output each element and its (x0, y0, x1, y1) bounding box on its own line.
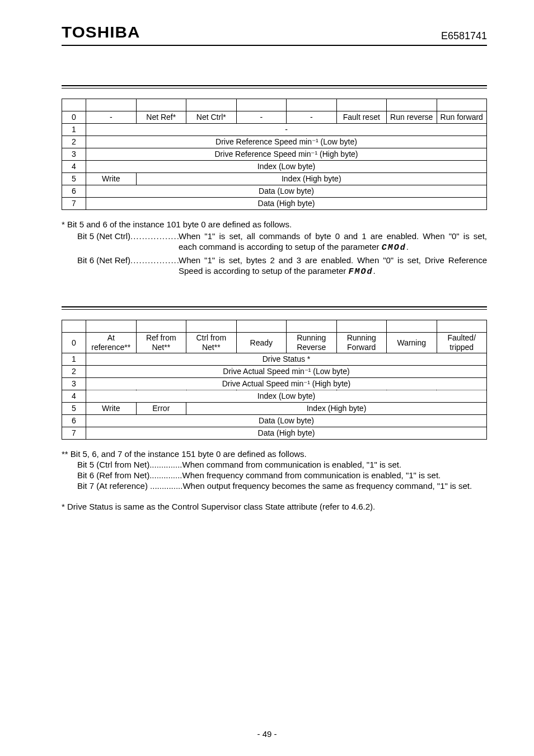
cell: Index (High byte) (186, 402, 487, 414)
cell: Drive Reference Speed min⁻¹ (High byte) (86, 148, 487, 160)
table-row: 7 Data (High byte) (62, 197, 487, 209)
cell: Net Ctrl* (186, 111, 237, 123)
page-header: TOSHIBA E6581741 (62, 22, 487, 46)
byte-index: 2 (62, 136, 86, 148)
table-row: 3 Drive Reference Speed min⁻¹ (High byte… (62, 148, 487, 160)
byte-index: 3 (62, 148, 86, 160)
cell: - (236, 111, 287, 123)
byte-index: 3 (62, 377, 86, 390)
byte-index: 7 (62, 427, 86, 439)
page-footer: - 49 - (0, 729, 534, 739)
note-line: Bit 7 (At reference) ..............When … (62, 480, 487, 491)
table-row: 5 Write Index (High byte) (62, 172, 487, 185)
cell: Faulted/ tripped (437, 333, 487, 353)
byte-index: 1 (62, 123, 86, 136)
cell: Data (High byte) (86, 197, 487, 209)
section-divider-1 (62, 85, 487, 88)
cell: Net Ref* (136, 111, 186, 123)
cell: Run reverse (387, 111, 437, 123)
table-row: 6 Data (Low byte) (62, 185, 487, 197)
section-divider-2 (62, 306, 487, 310)
byte-index: 0 (62, 333, 86, 353)
table-row: 0 At reference** Ref from Net** Ctrl fro… (62, 333, 487, 353)
cell: Drive Actual Speed min⁻¹ (Low byte) (86, 365, 487, 377)
notes-block-1: * Bit 5 and 6 of the instance 101 byte 0… (62, 219, 487, 277)
table-row: 0 - Net Ref* Net Ctrl* - - Fault reset R… (62, 111, 487, 123)
note-line: Bit 6 (Ref from Net)..............When f… (62, 470, 487, 480)
note-final: * Drive Status is same as the Control Su… (62, 501, 487, 512)
note-line: Bit 5 (Ctrl from Net)..............When … (62, 459, 487, 470)
cell: Data (Low byte) (86, 414, 487, 427)
table-row: 5 Write Error Index (High byte) (62, 402, 487, 414)
cell: Index (High byte) (136, 172, 487, 185)
cell: Drive Reference Speed min⁻¹ (Low byte) (86, 136, 487, 148)
table-row: 1 Drive Status * (62, 353, 487, 365)
byte-index: 7 (62, 197, 86, 209)
cell: Fault reset (336, 111, 387, 123)
cell: Error (136, 402, 186, 414)
cell: Drive Actual Speed min⁻¹ (High byte) (86, 377, 487, 390)
note-text: . (373, 266, 376, 276)
cell: Ref from Net** (136, 333, 186, 353)
input-instance-table: 0 At reference** Ref from Net** Ctrl fro… (62, 320, 487, 440)
param-code: CMOd (382, 243, 406, 253)
cell: Running Reverse (287, 333, 337, 353)
notes-block-2: ** Bit 5, 6, and 7 of the instance 151 b… (62, 449, 487, 512)
table-row: 6 Data (Low byte) (62, 414, 487, 427)
note-text: When "1" is set, bytes 2 and 3 are enabl… (179, 255, 487, 265)
cell: - (86, 111, 137, 123)
param-code: FMOd (349, 267, 373, 277)
byte-index: 2 (62, 365, 86, 377)
cell: - (287, 111, 337, 123)
bit-label: Bit 5 (Net Ctrl) (77, 231, 130, 241)
cell: Warning (387, 333, 437, 353)
table-row: 3 Drive Actual Speed min⁻¹ (High byte) (62, 377, 487, 390)
page-number: - 49 - (257, 729, 277, 739)
cell: Drive Status * (86, 353, 487, 365)
note-intro: * Bit 5 and 6 of the instance 101 byte 0… (62, 219, 487, 230)
table-header-row (62, 99, 487, 111)
cell: Index (Low byte) (86, 160, 487, 172)
table-row: 1 - (62, 123, 487, 136)
cell: Write (86, 402, 137, 414)
note-text: Speed is according to setup of the param… (179, 266, 349, 276)
cell: Ready (236, 333, 287, 353)
byte-index: 6 (62, 185, 86, 197)
table-row: 2 Drive Actual Speed min⁻¹ (Low byte) (62, 365, 487, 377)
byte-index: 5 (62, 402, 86, 414)
byte-index: 0 (62, 111, 86, 123)
note-intro: ** Bit 5, 6, and 7 of the instance 151 b… (62, 449, 487, 459)
table-row: 2 Drive Reference Speed min⁻¹ (Low byte) (62, 136, 487, 148)
brand-logo: TOSHIBA (62, 22, 140, 43)
byte-index: 4 (62, 390, 86, 402)
table-row: 4 Index (Low byte) (62, 390, 487, 402)
byte-index: 1 (62, 353, 86, 365)
cell: Data (High byte) (86, 427, 487, 439)
cell: Running Forward (336, 333, 387, 353)
cell: Ctrl from Net** (186, 333, 237, 353)
table-row: 4 Index (Low byte) (62, 160, 487, 172)
cell: Write (86, 172, 137, 185)
byte-index: 4 (62, 160, 86, 172)
table-row: 7 Data (High byte) (62, 427, 487, 439)
cell: At reference** (86, 333, 137, 353)
output-instance-table: 0 - Net Ref* Net Ctrl* - - Fault reset R… (62, 99, 487, 210)
table-header-row (62, 320, 487, 333)
note-text: . (406, 242, 409, 251)
cell: Index (Low byte) (86, 390, 487, 402)
bit-label: Bit 6 (Net Ref) (77, 255, 130, 265)
cell: Run forward (437, 111, 487, 123)
byte-index: 5 (62, 172, 86, 185)
cell: Data (Low byte) (86, 185, 487, 197)
cell: - (86, 123, 487, 136)
note-text: When "1" is set, all commands of byte 0 … (179, 231, 487, 241)
note-text: each command is according to setup of th… (179, 242, 382, 251)
byte-index: 6 (62, 414, 86, 427)
document-id: E6581741 (441, 30, 487, 43)
